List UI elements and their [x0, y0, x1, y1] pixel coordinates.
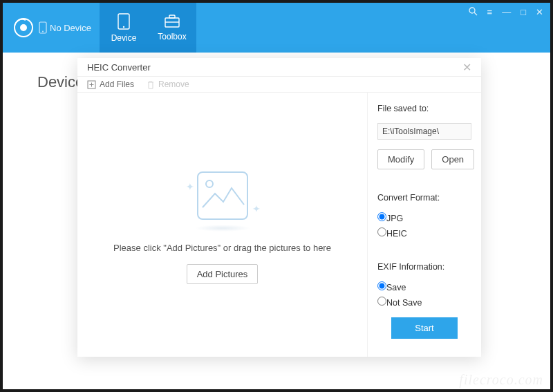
side-panel: File saved to: E:\iToolsImage\ Modify Op… [367, 93, 481, 357]
trash-icon [147, 80, 155, 89]
exif-radio-notsave[interactable]: Not Save [377, 297, 471, 308]
start-button[interactable]: Start [391, 317, 457, 339]
remove-label: Remove [158, 80, 189, 89]
tablet-icon [116, 12, 131, 30]
modal-title: HEIC Converter [87, 62, 151, 73]
image-placeholder-icon: ✦ ✦ [185, 166, 261, 232]
app-window: No Device Device Toolbox ≡ — □ ✕ Device … [3, 3, 550, 389]
remove-button: Remove [147, 80, 189, 89]
tab-toolbox[interactable]: Toolbox [148, 3, 196, 53]
exif-radio-group: Save Not Save [377, 281, 471, 308]
modify-button[interactable]: Modify [377, 149, 424, 169]
svg-rect-7 [169, 15, 175, 18]
phone-icon [39, 21, 47, 34]
header-tabs: Device Toolbox [100, 3, 196, 53]
tab-device-label: Device [111, 33, 137, 43]
svg-line-10 [474, 12, 477, 15]
search-icon[interactable] [469, 7, 478, 17]
svg-point-3 [42, 31, 44, 32]
app-logo [3, 3, 37, 53]
svg-point-5 [123, 26, 124, 28]
format-radio-heic[interactable]: HEIC [377, 227, 471, 239]
add-files-label: Add Files [100, 80, 134, 89]
drop-hint: Please click "Add Pictures" or drag the … [113, 243, 331, 253]
device-status-text: No Device [50, 23, 91, 33]
maximize-button[interactable]: □ [521, 8, 526, 17]
format-radio-jpg[interactable]: JPG [377, 212, 471, 223]
file-saved-label: File saved to: [377, 104, 471, 113]
add-files-button[interactable]: Add Files [87, 80, 134, 89]
modal-body: ✦ ✦ Please click "Add Pictures" or drag … [77, 93, 481, 357]
add-pictures-button[interactable]: Add Pictures [187, 264, 259, 284]
window-controls: ≡ — □ ✕ [469, 7, 543, 17]
modal-header: HEIC Converter ✕ [77, 58, 481, 77]
titlebar: No Device Device Toolbox ≡ — □ ✕ [3, 3, 550, 53]
format-radio-group: JPG HEIC [377, 212, 471, 239]
svg-point-9 [469, 8, 475, 13]
watermark: filecroco.com [459, 372, 543, 388]
tab-device[interactable]: Device [100, 3, 148, 53]
modal-toolbar: Add Files Remove [77, 77, 481, 93]
device-status: No Device [37, 3, 100, 53]
minimize-button[interactable]: — [502, 8, 511, 17]
exif-radio-save[interactable]: Save [377, 281, 471, 292]
convert-format-label: Convert Format: [377, 193, 471, 203]
drop-area[interactable]: ✦ ✦ Please click "Add Pictures" or drag … [77, 93, 367, 357]
close-button[interactable]: ✕ [536, 8, 543, 17]
plus-box-icon [87, 80, 96, 89]
toolbox-icon [163, 14, 181, 29]
tab-toolbox-label: Toolbox [158, 32, 186, 41]
close-icon[interactable]: ✕ [462, 61, 471, 74]
exif-label: EXIF Information: [377, 262, 471, 272]
save-path-field[interactable]: E:\iToolsImage\ [377, 123, 471, 140]
heic-converter-modal: HEIC Converter ✕ Add Files Remove ✦ ✦ [77, 58, 481, 357]
open-button[interactable]: Open [431, 149, 474, 169]
svg-point-1 [20, 24, 27, 31]
menu-icon[interactable]: ≡ [487, 8, 493, 17]
